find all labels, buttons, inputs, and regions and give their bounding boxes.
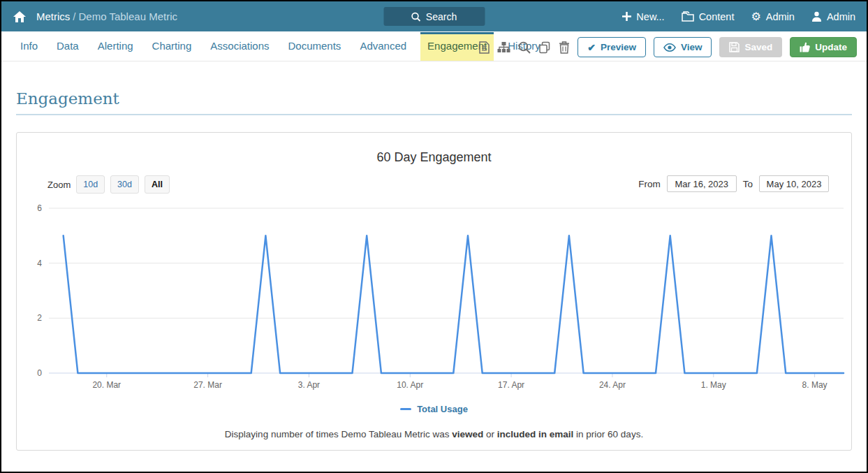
tab-data[interactable]: Data — [52, 30, 84, 61]
floppy-icon — [729, 42, 740, 52]
document-icon[interactable] — [479, 41, 490, 54]
copy-icon[interactable] — [538, 41, 551, 54]
tab-advanced[interactable]: Advanced — [355, 30, 411, 61]
check-icon: ✔ — [587, 43, 596, 52]
svg-text:24. Apr: 24. Apr — [599, 380, 626, 390]
admin-menu-item[interactable]: ⚙ Admin — [751, 11, 794, 22]
thumbs-up-icon — [800, 42, 810, 52]
view-button[interactable]: View — [654, 37, 712, 57]
search-icon — [411, 12, 421, 22]
preview-button[interactable]: ✔ Preview — [578, 37, 646, 57]
sitemap-icon[interactable] — [497, 41, 510, 53]
svg-text:1. May: 1. May — [701, 380, 726, 390]
svg-text:17. Apr: 17. Apr — [498, 380, 524, 390]
date-range-controls: From To — [638, 175, 829, 192]
breadcrumb-section[interactable]: Metrics — [36, 10, 70, 22]
update-button[interactable]: Update — [790, 37, 857, 57]
user-menu-item[interactable]: Admin — [811, 11, 855, 22]
user-icon — [811, 11, 822, 22]
zoom-30d-button[interactable]: 30d — [110, 175, 139, 194]
tab-associations[interactable]: Associations — [205, 30, 274, 61]
search-zoom-icon[interactable] — [518, 41, 531, 54]
breadcrumb-separator: / — [70, 10, 78, 22]
breadcrumb-item: Demo Tableau Metric — [79, 10, 177, 22]
legend-label: Total Usage — [417, 404, 468, 414]
chart-caption: Displaying number of times Demo Tableau … — [17, 429, 851, 439]
content-menu-item[interactable]: Content — [682, 11, 735, 22]
eye-icon — [663, 43, 676, 52]
top-navbar: Metrics/Demo Tableau Metric Search New..… — [1, 1, 867, 31]
zoom-label: Zoom — [47, 180, 71, 190]
page-title: Engagement — [16, 89, 852, 115]
engagement-chart-panel: 60 Day Engagement Zoom 10d 30d All From … — [16, 132, 852, 451]
zoom-10d-button[interactable]: 10d — [76, 175, 105, 194]
zoom-range-selector: Zoom 10d 30d All — [47, 175, 170, 194]
legend-line-swatch — [400, 408, 411, 410]
chart-title: 60 Day Engagement — [17, 150, 851, 165]
legend-item-total-usage[interactable]: Total Usage — [17, 404, 851, 414]
svg-text:8. May: 8. May — [802, 380, 827, 390]
svg-text:20. Mar: 20. Mar — [92, 380, 121, 390]
svg-text:27. Mar: 27. Mar — [193, 380, 222, 390]
home-icon[interactable] — [13, 10, 27, 23]
to-date-input[interactable] — [759, 175, 829, 192]
svg-text:6: 6 — [37, 203, 42, 213]
new-menu-item[interactable]: New... — [622, 11, 664, 22]
breadcrumb: Metrics/Demo Tableau Metric — [36, 10, 177, 22]
plus-icon — [622, 12, 631, 21]
from-label: From — [638, 179, 661, 189]
zoom-all-button[interactable]: All — [145, 175, 170, 194]
search-button[interactable]: Search — [383, 7, 485, 26]
folder-icon — [682, 11, 694, 22]
svg-text:3. Apr: 3. Apr — [298, 380, 320, 390]
svg-text:2: 2 — [37, 313, 42, 323]
tab-info[interactable]: Info — [15, 30, 43, 61]
to-label: To — [743, 179, 753, 189]
tab-charting[interactable]: Charting — [147, 30, 197, 61]
svg-text:0: 0 — [37, 368, 42, 378]
engagement-line-chart: 024620. Mar27. Mar3. Apr10. Apr17. Apr24… — [17, 198, 852, 401]
tab-bar: Info Data Alerting Charting Associations… — [1, 31, 867, 61]
tab-alerting[interactable]: Alerting — [93, 30, 138, 61]
search-label: Search — [426, 11, 457, 22]
from-date-input[interactable] — [667, 175, 737, 192]
tab-documents[interactable]: Documents — [284, 30, 346, 61]
gear-icon: ⚙ — [751, 11, 760, 22]
trash-icon[interactable] — [559, 41, 570, 54]
svg-text:4: 4 — [37, 259, 42, 268]
svg-text:10. Apr: 10. Apr — [397, 380, 423, 390]
saved-button: Saved — [719, 37, 782, 57]
